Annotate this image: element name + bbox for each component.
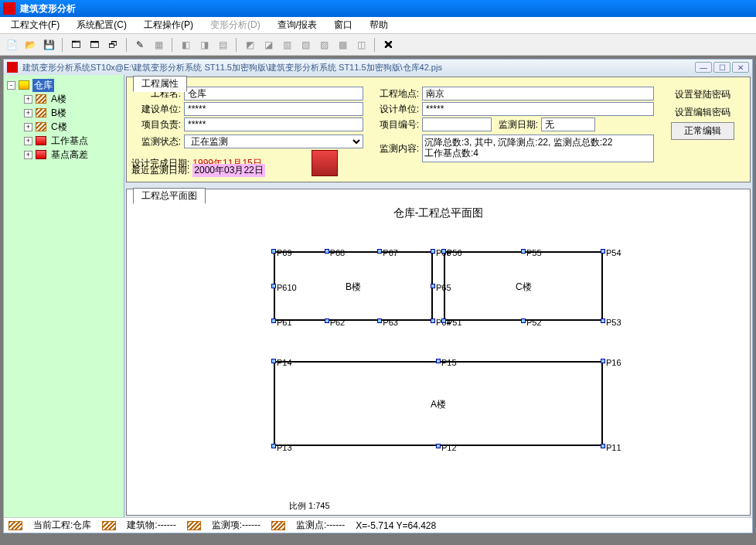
tb-win3-icon[interactable]: 🗗: [104, 36, 121, 53]
plan-point-label: P51: [447, 318, 462, 327]
normal-edit-button[interactable]: 正常编辑: [671, 122, 734, 140]
app-title: 建筑变形分析: [20, 2, 753, 15]
mdi-min-button[interactable]: —: [695, 62, 712, 73]
tree-node-diff[interactable]: + 基点高差: [24, 148, 121, 162]
tb-edit-icon[interactable]: ✎: [131, 36, 148, 53]
plan-point-marker[interactable]: [436, 444, 441, 448]
mondate-input[interactable]: 无: [541, 118, 595, 131]
collapse-icon[interactable]: -: [7, 81, 15, 90]
menu-report[interactable]: 查询/报表: [271, 17, 323, 33]
tree-node-c[interactable]: + C楼: [24, 120, 121, 134]
plan-building-name: A楼: [431, 398, 446, 411]
loc-input[interactable]: 南京: [422, 87, 654, 100]
mdi-max-button[interactable]: ☐: [713, 62, 730, 73]
last-date-label: 最近监测日期:: [131, 164, 189, 177]
plan-point-marker[interactable]: [377, 249, 382, 254]
plan-point-label: P53: [606, 318, 621, 327]
plan-point-marker[interactable]: [431, 284, 435, 288]
menu-file[interactable]: 工程文件(F): [5, 17, 66, 33]
tree-node-base[interactable]: + 工作基点: [24, 134, 121, 148]
build-input[interactable]: *****: [184, 102, 363, 116]
plan-point-marker[interactable]: [271, 284, 276, 288]
tb-dis8-icon: ▧: [297, 36, 314, 53]
mdi-title: 建筑变形分析系统ST10x@E:\建筑变形分析系统 ST11.5加密狗版\建筑变…: [22, 62, 693, 73]
plan-point-label: P67: [383, 248, 398, 257]
status-monitem-icon: [187, 521, 201, 530]
status-build-label: 建筑物:: [127, 519, 157, 530]
tree-root[interactable]: - 仓库: [7, 78, 121, 92]
plan-point-marker[interactable]: [441, 318, 446, 323]
plan-point-marker[interactable]: [271, 444, 276, 448]
plan-point-marker[interactable]: [521, 318, 526, 323]
menu-help[interactable]: 帮助: [363, 17, 394, 33]
name-input[interactable]: 仓库: [184, 87, 363, 100]
plan-point-marker[interactable]: [377, 318, 382, 323]
mdi-titlebar[interactable]: 建筑变形分析系统ST10x@E:\建筑变形分析系统 ST11.5加密狗版\建筑变…: [4, 60, 752, 75]
plan-point-marker[interactable]: [601, 318, 605, 323]
set-login-pwd-link[interactable]: 设置登陆密码: [670, 87, 735, 103]
expand-icon[interactable]: +: [24, 109, 32, 118]
tb-win1-icon[interactable]: 🗔: [67, 36, 84, 53]
expand-icon[interactable]: +: [24, 137, 32, 145]
tree-root-label[interactable]: 仓库: [32, 79, 54, 92]
expand-icon[interactable]: +: [24, 151, 32, 159]
tree-label[interactable]: C楼: [49, 121, 69, 134]
design-input[interactable]: *****: [422, 102, 654, 116]
plan-point-marker[interactable]: [271, 359, 276, 363]
tree-label[interactable]: 工作基点: [49, 135, 90, 148]
tree-label[interactable]: B楼: [49, 107, 68, 120]
plan-point-label: P62: [330, 318, 346, 327]
plan-point-marker[interactable]: [436, 359, 441, 363]
plan-point-marker[interactable]: [601, 359, 605, 363]
tb-win2-icon[interactable]: 🗖: [86, 36, 103, 53]
menu-config[interactable]: 系统配置(C): [70, 17, 133, 33]
plan-tab[interactable]: 工程总平面图: [133, 188, 206, 204]
plan-point-marker[interactable]: [271, 318, 276, 323]
resp-input[interactable]: *****: [184, 118, 363, 131]
plan-point-marker[interactable]: [325, 318, 329, 323]
tree-panel[interactable]: - 仓库 + A楼 + B楼 +: [4, 75, 124, 517]
projno-input[interactable]: [422, 118, 492, 131]
plan-point-label: P55: [526, 248, 542, 257]
plan-point-marker[interactable]: [601, 444, 605, 448]
tree-children: + A楼 + B楼 + C楼 +: [24, 92, 121, 162]
plan-point-label: P52: [526, 318, 542, 327]
tb-close-icon[interactable]: 🗙: [380, 36, 397, 53]
plan-point-marker[interactable]: [441, 249, 446, 254]
tb-new-icon[interactable]: 📄: [3, 36, 20, 53]
basepoint-icon: [36, 136, 46, 145]
plan-point-marker[interactable]: [325, 249, 329, 254]
tb-open-icon[interactable]: 📂: [22, 36, 39, 53]
plan-canvas[interactable]: 仓库-工程总平面图 B楼P69P68P67P66P61P62P63P64P610…: [135, 206, 742, 516]
tree-label[interactable]: A楼: [49, 93, 68, 106]
plan-point-label: P63: [383, 318, 398, 327]
status-proj-icon: [9, 521, 22, 530]
plan-point-label: P68: [330, 248, 346, 257]
app-titlebar: 建筑变形分析: [0, 0, 756, 17]
tree-label[interactable]: 基点高差: [49, 148, 90, 162]
plan-point-marker[interactable]: [521, 249, 526, 254]
toolbar: 📄 📂 💾 🗔 🗖 🗗 ✎ ▦ ◧ ◨ ▤ ◩ ◪ ▥ ▧ ▨ ▩ ◫ 🗙: [0, 34, 756, 56]
plan-point-label: P61: [277, 318, 292, 327]
expand-icon[interactable]: +: [24, 95, 32, 104]
mon-status-select[interactable]: 正在监测: [184, 135, 363, 148]
tree-node-a[interactable]: + A楼: [24, 92, 121, 106]
tb-save-icon[interactable]: 💾: [40, 36, 57, 53]
right-panel: 工程属性 工程名: 仓库 建设单位: *****: [124, 75, 752, 517]
plan-point-marker[interactable]: [431, 318, 435, 323]
statusbar: 当前工程:仓库 建筑物:------ 监测项:------ 监测点:------…: [4, 517, 752, 533]
tb-dis1-icon: ▦: [150, 36, 167, 53]
plan-point-marker[interactable]: [271, 249, 276, 254]
tree-node-b[interactable]: + B楼: [24, 106, 121, 120]
menu-operate[interactable]: 工程操作(P): [138, 17, 199, 33]
menu-window[interactable]: 窗口: [328, 17, 359, 33]
plan-point-label: P16: [606, 358, 621, 367]
plan-point-marker[interactable]: [431, 249, 435, 254]
projno-label: 项目编号:: [369, 118, 419, 131]
plan-point-label: P69: [277, 248, 292, 257]
props-tab[interactable]: 工程属性: [133, 76, 187, 92]
set-edit-pwd-link[interactable]: 设置编辑密码: [670, 104, 735, 121]
expand-icon[interactable]: +: [24, 123, 32, 131]
plan-point-marker[interactable]: [601, 249, 605, 254]
mdi-close-button[interactable]: ✕: [732, 62, 749, 73]
